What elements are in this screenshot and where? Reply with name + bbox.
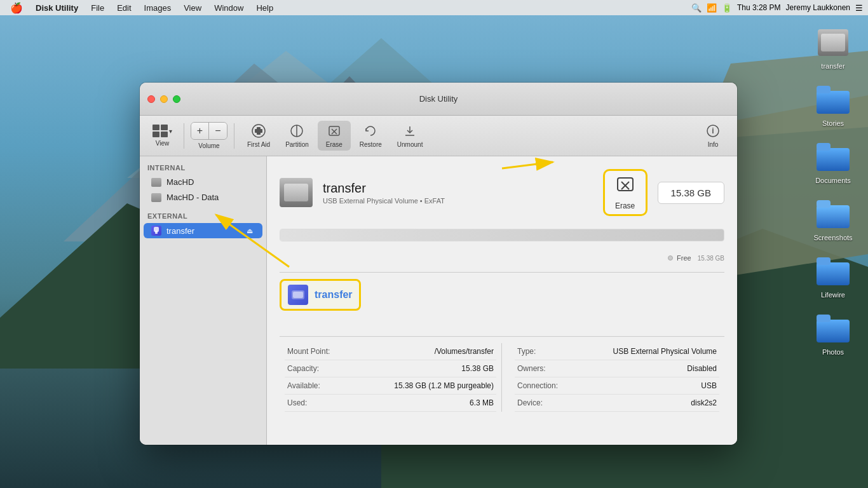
info-grid: Mount Point: /Volumes/transfer Capacity:… — [280, 343, 724, 412]
minimize-button[interactable] — [160, 95, 168, 103]
toolbar: ▾ View + − Volume — [140, 116, 737, 156]
device-subtitle: USB External Physical Volume • ExFAT — [323, 197, 593, 205]
divider-2 — [280, 336, 724, 337]
notification-icon[interactable]: ☰ — [855, 3, 863, 13]
svg-rect-33 — [618, 178, 633, 191]
svg-rect-11 — [817, 86, 831, 93]
window-titlebar: Disk Utility — [140, 83, 737, 116]
transfer-usb-icon — [151, 226, 161, 236]
menubar-right: 🔍 📶 🔋 Thu 3:28 PM Jeremy Laukkonen ☰ — [691, 3, 863, 13]
usage-legend: Free 15.38 GB — [280, 254, 724, 262]
remove-volume-btn[interactable]: − — [209, 123, 227, 139]
maximize-button[interactable] — [173, 95, 180, 103]
info-icon: i — [705, 123, 721, 139]
connection-value: USB — [701, 381, 717, 390]
device-label: Device: — [517, 398, 543, 407]
svg-rect-15 — [817, 200, 831, 208]
app-name-menu[interactable]: Disk Utility — [31, 2, 83, 14]
window-menu[interactable]: Window — [209, 2, 248, 14]
view-menu[interactable]: View — [179, 2, 207, 14]
sidebar-transfer-label: transfer — [166, 226, 194, 236]
user-name: Jeremy Laukkonen — [786, 3, 850, 12]
desktop-icon-lifewire-label: Lifewire — [821, 291, 845, 299]
battery-icon[interactable]: 🔋 — [722, 3, 732, 13]
svg-rect-17 — [817, 257, 831, 265]
partition-area: transfer — [280, 279, 724, 330]
volume-label: Volume — [198, 142, 219, 149]
internal-header: Internal — [140, 161, 266, 174]
spotlight-icon[interactable]: 🔍 — [691, 3, 702, 13]
file-menu[interactable]: File — [86, 2, 109, 14]
owners-value: Disabled — [687, 364, 717, 373]
first-aid-label: First Aid — [247, 141, 270, 148]
device-hdd-icon — [280, 178, 313, 207]
owners-label: Owners: — [517, 364, 546, 373]
transfer-partition-btn[interactable]: transfer — [280, 279, 361, 311]
view-chevron: ▾ — [169, 128, 172, 135]
restore-btn[interactable]: Restore — [353, 121, 388, 151]
info-type: Type: USB External Physical Volume — [515, 343, 719, 360]
unmount-label: Unmount — [397, 141, 423, 148]
machd-data-disk-icon — [151, 193, 161, 202]
svg-rect-37 — [293, 292, 303, 298]
sidebar-transfer[interactable]: transfer ⏏ — [144, 223, 262, 238]
edit-menu[interactable]: Edit — [112, 2, 136, 14]
apple-menu[interactable]: 🍎 — [5, 2, 28, 14]
desktop: 🍎 Disk Utility File Edit Images View Win… — [0, 0, 868, 488]
divider-1 — [280, 272, 724, 273]
sidebar-machd-data-label: MacHD - Data — [166, 193, 219, 202]
first-aid-icon — [251, 123, 266, 139]
images-menu[interactable]: Images — [139, 2, 177, 14]
add-remove-btns: + − — [191, 122, 227, 140]
usage-bar-fill — [280, 229, 724, 241]
device-size-badge: 15.38 GB — [658, 182, 724, 204]
help-menu[interactable]: Help — [251, 2, 278, 14]
capacity-value: 15.38 GB — [461, 364, 494, 373]
info-col-left: Mount Point: /Volumes/transfer Capacity:… — [280, 343, 502, 412]
window-body: Internal MacHD MacHD - Data External — [140, 156, 737, 445]
desktop-icon-screenshots[interactable]: Screenshots — [811, 197, 855, 241]
device-info: transfer USB External Physical Volume • … — [323, 181, 593, 205]
eject-button[interactable]: ⏏ — [245, 226, 255, 236]
desktop-icon-photos-label: Photos — [822, 348, 844, 356]
svg-rect-10 — [817, 91, 850, 114]
info-btn[interactable]: i Info — [696, 121, 729, 151]
add-volume-btn[interactable]: + — [191, 123, 209, 139]
info-used: Used: 6.3 MB — [285, 395, 496, 412]
sidebar-machd-data[interactable]: MacHD - Data — [144, 190, 262, 205]
desktop-icon-lifewire[interactable]: Lifewire — [811, 254, 855, 299]
info-available: Available: 15.38 GB (1.2 MB purgeable) — [285, 377, 496, 395]
sidebar-machd-label: MacHD — [166, 177, 194, 187]
main-panel: transfer USB External Physical Volume • … — [267, 156, 737, 445]
sidebar-machd[interactable]: MacHD — [144, 175, 262, 189]
first-aid-btn[interactable]: First Aid — [241, 121, 276, 151]
menubar: 🍎 Disk Utility File Edit Images View Win… — [0, 0, 868, 15]
usage-bar-container — [280, 229, 724, 241]
view-toolbar-btn[interactable]: ▾ View — [147, 122, 177, 149]
desktop-icon-photos[interactable]: Photos — [811, 311, 855, 356]
used-value: 6.3 MB — [470, 398, 494, 407]
desktop-icon-transfer[interactable]: transfer — [811, 25, 855, 70]
erase-main-label: Erase — [615, 201, 635, 210]
partition-btn[interactable]: Partition — [279, 121, 315, 151]
erase-main-btn[interactable]: Erase — [603, 169, 648, 216]
erase-toolbar-btn[interactable]: Erase — [318, 121, 351, 151]
desktop-icon-documents-label: Documents — [815, 177, 851, 184]
disk-utility-window: Disk Utility ▾ View — [140, 83, 737, 445]
wifi-icon[interactable]: 📶 — [707, 3, 717, 13]
device-header: transfer USB External Physical Volume • … — [280, 169, 724, 216]
close-button[interactable] — [147, 95, 155, 103]
screenshots-folder-icon — [817, 200, 850, 228]
svg-rect-14 — [817, 205, 850, 228]
desktop-icon-documents[interactable]: Documents — [811, 140, 855, 184]
view-grid-icon — [153, 125, 168, 137]
external-header: External — [140, 210, 266, 222]
desktop-icon-stories[interactable]: Stories — [811, 83, 855, 127]
photos-folder-icon — [817, 315, 850, 342]
mount-point-value: /Volumes/transfer — [435, 347, 494, 356]
unmount-btn[interactable]: Unmount — [391, 121, 430, 151]
view-label: View — [156, 140, 170, 147]
desktop-icons: transfer Stories — [811, 25, 855, 356]
restore-label: Restore — [360, 141, 382, 148]
type-label: Type: — [517, 347, 536, 356]
